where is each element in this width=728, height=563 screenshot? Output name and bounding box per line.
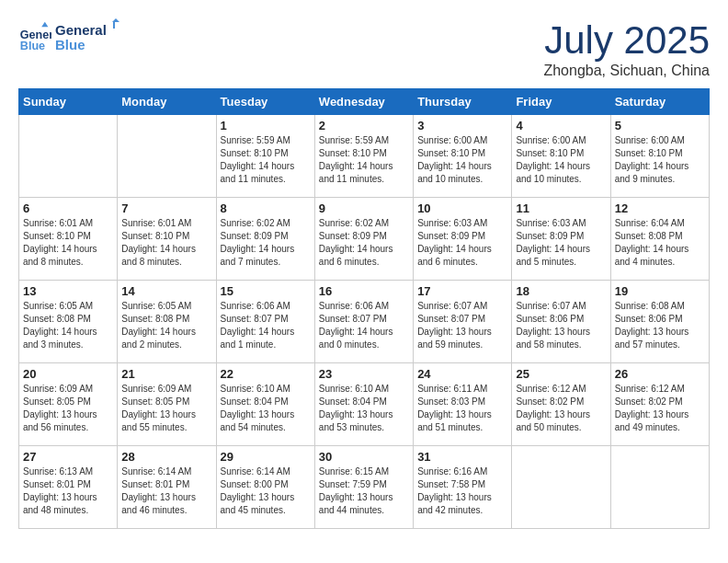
main-title: July 2025 — [543, 18, 710, 63]
day-info: Sunrise: 6:16 AMSunset: 7:58 PMDaylight:… — [417, 465, 507, 517]
svg-text:General: General — [55, 22, 107, 38]
calendar-cell — [118, 115, 216, 198]
calendar-cell: 20Sunrise: 6:09 AMSunset: 8:05 PMDayligh… — [19, 363, 118, 446]
day-number: 14 — [121, 284, 211, 298]
day-info: Sunrise: 6:13 AMSunset: 8:01 PMDaylight:… — [23, 465, 113, 517]
day-info: Sunrise: 6:06 AMSunset: 8:07 PMDaylight:… — [319, 300, 409, 351]
day-number: 2 — [319, 119, 409, 132]
day-number: 29 — [221, 450, 311, 464]
weekday-header-monday: Monday — [118, 89, 216, 115]
day-info: Sunrise: 6:11 AMSunset: 8:03 PMDaylight:… — [417, 383, 507, 434]
day-info: Sunrise: 6:09 AMSunset: 8:05 PMDaylight:… — [121, 383, 211, 434]
day-number: 13 — [23, 284, 113, 298]
calendar-cell: 14Sunrise: 6:05 AMSunset: 8:08 PMDayligh… — [118, 281, 216, 363]
day-number: 5 — [615, 119, 705, 132]
calendar-cell: 19Sunrise: 6:08 AMSunset: 8:06 PMDayligh… — [610, 281, 709, 363]
day-number: 6 — [23, 201, 113, 215]
day-number: 20 — [23, 367, 113, 381]
calendar-cell: 9Sunrise: 6:02 AMSunset: 8:09 PMDaylight… — [314, 198, 413, 281]
calendar-cell: 29Sunrise: 6:14 AMSunset: 8:00 PMDayligh… — [216, 446, 314, 529]
day-number: 30 — [319, 450, 409, 464]
calendar-cell: 17Sunrise: 6:07 AMSunset: 8:07 PMDayligh… — [414, 281, 512, 363]
weekday-header-wednesday: Wednesday — [314, 89, 413, 115]
day-info: Sunrise: 6:09 AMSunset: 8:05 PMDaylight:… — [23, 383, 113, 434]
day-info: Sunrise: 6:05 AMSunset: 8:08 PMDaylight:… — [23, 300, 113, 351]
day-info: Sunrise: 6:10 AMSunset: 8:04 PMDaylight:… — [221, 383, 311, 434]
day-number: 15 — [221, 284, 311, 298]
subtitle: Zhongba, Sichuan, China — [543, 63, 710, 79]
calendar-body: 1Sunrise: 5:59 AMSunset: 8:10 PMDaylight… — [19, 115, 710, 529]
calendar-cell: 8Sunrise: 6:02 AMSunset: 8:09 PMDaylight… — [216, 198, 314, 281]
day-info: Sunrise: 6:12 AMSunset: 8:02 PMDaylight:… — [516, 383, 606, 434]
calendar-cell: 28Sunrise: 6:14 AMSunset: 8:01 PMDayligh… — [118, 446, 216, 529]
day-number: 28 — [121, 450, 211, 464]
day-info: Sunrise: 5:59 AMSunset: 8:10 PMDaylight:… — [221, 134, 311, 186]
day-number: 10 — [417, 201, 507, 215]
day-number: 8 — [221, 201, 311, 215]
day-number: 27 — [23, 450, 113, 464]
calendar-cell — [610, 446, 709, 529]
calendar-cell: 23Sunrise: 6:10 AMSunset: 8:04 PMDayligh… — [314, 363, 413, 446]
calendar-cell: 31Sunrise: 6:16 AMSunset: 7:58 PMDayligh… — [414, 446, 512, 529]
day-number: 4 — [516, 119, 606, 132]
calendar-cell: 1Sunrise: 5:59 AMSunset: 8:10 PMDaylight… — [216, 115, 314, 198]
calendar-cell: 18Sunrise: 6:07 AMSunset: 8:06 PMDayligh… — [512, 281, 610, 363]
day-number: 1 — [221, 119, 311, 132]
logo-icon: General Blue — [18, 20, 51, 53]
day-info: Sunrise: 6:07 AMSunset: 8:07 PMDaylight:… — [417, 300, 507, 351]
week-row-2: 6Sunrise: 6:01 AMSunset: 8:10 PMDaylight… — [19, 198, 710, 281]
weekday-header-tuesday: Tuesday — [216, 89, 314, 115]
day-info: Sunrise: 6:12 AMSunset: 8:02 PMDaylight:… — [615, 383, 705, 434]
title-section: July 2025 Zhongba, Sichuan, China — [543, 18, 710, 79]
day-info: Sunrise: 6:05 AMSunset: 8:08 PMDaylight:… — [121, 300, 211, 351]
day-info: Sunrise: 6:01 AMSunset: 8:10 PMDaylight:… — [23, 217, 113, 269]
svg-rect-5 — [113, 21, 115, 29]
day-number: 25 — [516, 367, 606, 381]
calendar-cell: 7Sunrise: 6:01 AMSunset: 8:10 PMDaylight… — [118, 198, 216, 281]
calendar-cell: 21Sunrise: 6:09 AMSunset: 8:05 PMDayligh… — [118, 363, 216, 446]
day-number: 19 — [615, 284, 705, 298]
day-info: Sunrise: 6:15 AMSunset: 7:59 PMDaylight:… — [319, 465, 409, 517]
calendar-cell: 13Sunrise: 6:05 AMSunset: 8:08 PMDayligh… — [19, 281, 118, 363]
calendar-cell — [19, 115, 118, 198]
calendar-cell: 16Sunrise: 6:06 AMSunset: 8:07 PMDayligh… — [314, 281, 413, 363]
day-info: Sunrise: 6:00 AMSunset: 8:10 PMDaylight:… — [417, 134, 507, 186]
calendar-cell — [512, 446, 610, 529]
day-number: 23 — [319, 367, 409, 381]
calendar-cell: 2Sunrise: 5:59 AMSunset: 8:10 PMDaylight… — [314, 115, 413, 198]
day-info: Sunrise: 6:03 AMSunset: 8:09 PMDaylight:… — [516, 217, 606, 269]
calendar-cell: 10Sunrise: 6:03 AMSunset: 8:09 PMDayligh… — [414, 198, 512, 281]
calendar-cell: 26Sunrise: 6:12 AMSunset: 8:02 PMDayligh… — [610, 363, 709, 446]
calendar-cell: 12Sunrise: 6:04 AMSunset: 8:08 PMDayligh… — [610, 198, 709, 281]
calendar-cell: 5Sunrise: 6:00 AMSunset: 8:10 PMDaylight… — [610, 115, 709, 198]
day-info: Sunrise: 6:00 AMSunset: 8:10 PMDaylight:… — [516, 134, 606, 186]
calendar-cell: 11Sunrise: 6:03 AMSunset: 8:09 PMDayligh… — [512, 198, 610, 281]
day-number: 22 — [221, 367, 311, 381]
calendar-cell: 25Sunrise: 6:12 AMSunset: 8:02 PMDayligh… — [512, 363, 610, 446]
logo-svg: General Blue — [55, 18, 129, 55]
day-number: 24 — [417, 367, 507, 381]
calendar-cell: 24Sunrise: 6:11 AMSunset: 8:03 PMDayligh… — [414, 363, 512, 446]
svg-text:Blue: Blue — [20, 40, 45, 52]
day-info: Sunrise: 6:00 AMSunset: 8:10 PMDaylight:… — [615, 134, 705, 186]
calendar-header: SundayMondayTuesdayWednesdayThursdayFrid… — [19, 89, 710, 115]
day-number: 18 — [516, 284, 606, 298]
calendar-cell: 4Sunrise: 6:00 AMSunset: 8:10 PMDaylight… — [512, 115, 610, 198]
calendar-table: SundayMondayTuesdayWednesdayThursdayFrid… — [18, 88, 710, 529]
weekday-header-thursday: Thursday — [414, 89, 512, 115]
day-info: Sunrise: 6:14 AMSunset: 8:00 PMDaylight:… — [221, 465, 311, 517]
day-info: Sunrise: 6:14 AMSunset: 8:01 PMDaylight:… — [121, 465, 211, 517]
page-header: General Blue General Blue July 2025 Zhon… — [18, 18, 710, 79]
day-number: 9 — [319, 201, 409, 215]
week-row-5: 27Sunrise: 6:13 AMSunset: 8:01 PMDayligh… — [19, 446, 710, 529]
day-number: 16 — [319, 284, 409, 298]
day-info: Sunrise: 5:59 AMSunset: 8:10 PMDaylight:… — [319, 134, 409, 186]
day-info: Sunrise: 6:06 AMSunset: 8:07 PMDaylight:… — [221, 300, 311, 351]
day-number: 21 — [121, 367, 211, 381]
calendar-cell: 3Sunrise: 6:00 AMSunset: 8:10 PMDaylight… — [414, 115, 512, 198]
day-number: 26 — [615, 367, 705, 381]
weekday-header-saturday: Saturday — [610, 89, 709, 115]
calendar-cell: 27Sunrise: 6:13 AMSunset: 8:01 PMDayligh… — [19, 446, 118, 529]
weekday-header-friday: Friday — [512, 89, 610, 115]
week-row-1: 1Sunrise: 5:59 AMSunset: 8:10 PMDaylight… — [19, 115, 710, 198]
